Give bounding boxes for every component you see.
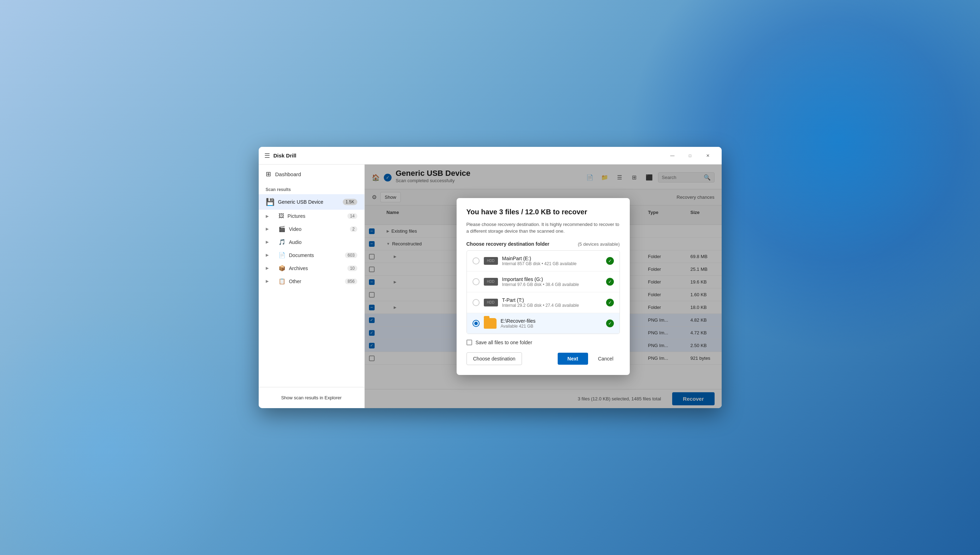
expand-arrow-icon: ▶ xyxy=(266,227,269,231)
sidebar-section-label: Scan results xyxy=(259,184,364,194)
device-list: HDDMainPart (E:)Internal 857 GB disk • 4… xyxy=(467,250,620,334)
sidebar-item-documents[interactable]: ▶📄Documents603 xyxy=(259,249,364,261)
radio-button[interactable] xyxy=(473,278,480,285)
device-option-name: Important files (G:) xyxy=(502,276,602,282)
recovery-modal: You have 3 files / 12.0 KB to recover Pl… xyxy=(457,198,630,375)
archives-icon: 📦 xyxy=(278,265,286,271)
folder-icon xyxy=(484,318,497,329)
expand-arrow-icon: ▶ xyxy=(266,214,269,218)
app-window: ☰ Disk Drill — □ ✕ ⊞ Dashboard Scan resu… xyxy=(259,147,722,408)
device-option-recover_files[interactable]: E:\Recover-filesAvailable 421 GB✓ xyxy=(467,313,620,334)
cancel-button[interactable]: Cancel xyxy=(592,353,620,365)
device-option-important[interactable]: HDDImportant files (G:)Internal 97.6 GB … xyxy=(467,271,620,292)
title-bar-left: ☰ Disk Drill xyxy=(264,152,665,160)
main-layout: ⊞ Dashboard Scan results 💾 Generic USB D… xyxy=(259,165,722,408)
sidebar-device-count: 1.5K xyxy=(343,199,357,205)
device-option-sub: Internal 857 GB disk • 421 GB available xyxy=(502,261,602,266)
device-option-sub: Available 421 GB xyxy=(501,324,602,329)
close-button[interactable]: ✕ xyxy=(700,150,716,161)
documents-label: Documents xyxy=(289,252,342,258)
device-option-name: T-Part (T:) xyxy=(502,297,602,303)
hdd-icon: HDD xyxy=(484,257,498,265)
audio-icon: 🎵 xyxy=(278,239,286,245)
expand-arrow-icon: ▶ xyxy=(266,253,269,257)
archives-label: Archives xyxy=(289,266,344,271)
sidebar-item-archives[interactable]: ▶📦Archives10 xyxy=(259,261,364,275)
documents-count: 603 xyxy=(345,252,357,258)
video-label: Video xyxy=(289,226,346,232)
choose-destination-button[interactable]: Choose destination xyxy=(467,352,522,365)
sidebar-item-pictures[interactable]: ▶🖼Pictures14 xyxy=(259,210,364,223)
modal-section-label: Choose recovery destination folder xyxy=(467,241,550,247)
modal-description: Please choose recovery destination. It i… xyxy=(467,221,620,235)
verified-check-icon: ✓ xyxy=(606,257,614,265)
documents-icon: 📄 xyxy=(278,252,286,258)
radio-button[interactable] xyxy=(473,320,480,327)
show-explorer-button[interactable]: Show scan results in Explorer xyxy=(264,392,359,403)
save-one-folder-label: Save all files to one folder xyxy=(476,340,532,345)
save-one-folder-checkbox[interactable] xyxy=(467,340,472,345)
hdd-icon: HDD xyxy=(484,278,498,286)
grid-icon: ⊞ xyxy=(266,170,271,178)
content-area: 🏠 ✓ Generic USB Device Scan completed su… xyxy=(365,165,722,408)
devices-available-label: (5 devices available) xyxy=(578,242,620,247)
other-count: 856 xyxy=(345,279,357,284)
modal-buttons: Choose destination Next Cancel xyxy=(467,352,620,365)
device-option-name: E:\Recover-files xyxy=(501,318,602,324)
sidebar-device-name: Generic USB Device xyxy=(278,199,339,205)
sidebar-item-video[interactable]: ▶🎬Video2 xyxy=(259,223,364,236)
dashboard-label: Dashboard xyxy=(275,171,301,177)
hdd-icon: HDD xyxy=(484,299,498,306)
audio-label: Audio xyxy=(289,239,357,245)
sidebar-dashboard[interactable]: ⊞ Dashboard xyxy=(259,165,364,184)
save-one-folder-row: Save all files to one folder xyxy=(467,340,620,345)
expand-arrow-icon: ▶ xyxy=(266,266,269,270)
next-button[interactable]: Next xyxy=(558,353,588,365)
radio-button[interactable] xyxy=(473,299,480,306)
pictures-icon: 🖼 xyxy=(278,213,284,219)
pictures-count: 14 xyxy=(348,213,357,219)
title-bar: ☰ Disk Drill — □ ✕ xyxy=(259,147,722,165)
sidebar-items-list: ▶🖼Pictures14▶🎬Video2▶🎵Audio▶📄Documents60… xyxy=(259,210,364,288)
sidebar-item-other[interactable]: ▶📋Other856 xyxy=(259,275,364,288)
sidebar-device-item[interactable]: 💾 Generic USB Device 1.5K xyxy=(259,194,364,210)
app-title: Disk Drill xyxy=(274,152,296,159)
sidebar: ⊞ Dashboard Scan results 💾 Generic USB D… xyxy=(259,165,365,408)
drive-icon: 💾 xyxy=(266,198,275,206)
other-label: Other xyxy=(289,279,342,284)
device-option-main_part[interactable]: HDDMainPart (E:)Internal 857 GB disk • 4… xyxy=(467,251,620,271)
expand-arrow-icon: ▶ xyxy=(266,279,269,284)
device-option-tpart[interactable]: HDDT-Part (T:)Internal 29.2 GB disk • 27… xyxy=(467,292,620,313)
other-icon: 📋 xyxy=(278,278,286,285)
expand-arrow-icon: ▶ xyxy=(266,240,269,244)
hamburger-icon[interactable]: ☰ xyxy=(264,152,270,160)
device-option-sub: Internal 29.2 GB disk • 27.4 GB availabl… xyxy=(502,303,602,308)
title-bar-controls: — □ ✕ xyxy=(665,150,716,161)
video-icon: 🎬 xyxy=(278,226,286,232)
sidebar-item-audio[interactable]: ▶🎵Audio xyxy=(259,236,364,249)
device-option-name: MainPart (E:) xyxy=(502,256,602,261)
verified-check-icon: ✓ xyxy=(606,299,614,306)
verified-check-icon: ✓ xyxy=(606,278,614,286)
sidebar-footer: Show scan results in Explorer xyxy=(259,387,364,408)
pictures-label: Pictures xyxy=(288,213,344,219)
video-count: 2 xyxy=(350,226,357,232)
verified-check-icon: ✓ xyxy=(606,319,614,327)
archives-count: 10 xyxy=(348,266,357,271)
modal-overlay: You have 3 files / 12.0 KB to recover Pl… xyxy=(365,165,722,408)
minimize-button[interactable]: — xyxy=(665,150,681,161)
modal-title: You have 3 files / 12.0 KB to recover xyxy=(467,208,620,216)
device-option-sub: Internal 97.6 GB disk • 38.4 GB availabl… xyxy=(502,282,602,287)
maximize-button[interactable]: □ xyxy=(682,150,698,161)
radio-button[interactable] xyxy=(473,257,480,265)
